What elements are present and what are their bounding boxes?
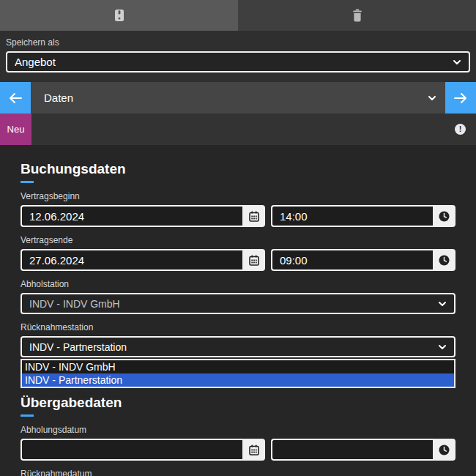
title-underline xyxy=(21,414,34,417)
top-tab-bar xyxy=(0,0,476,31)
save-as-label: Speichern als xyxy=(6,37,470,48)
chevron-down-icon xyxy=(438,344,447,350)
section-title-handover: Übergabedaten xyxy=(21,395,455,411)
return-station-dropdown: INDV - INDV GmbH INDV - Partnerstation xyxy=(21,359,455,388)
arrow-right-icon xyxy=(453,92,468,104)
title-underline xyxy=(21,181,34,183)
calendar-icon xyxy=(249,211,259,222)
clock-icon xyxy=(439,211,450,222)
return-station-label: Rücknahmestation xyxy=(21,322,455,332)
section-title-booking: Buchungsdaten xyxy=(21,161,455,177)
dropdown-option-selected[interactable]: INDV - Partnerstation xyxy=(22,373,454,387)
contract-start-date-input[interactable] xyxy=(21,205,242,227)
pickup-station-label: Abholstation xyxy=(21,279,455,289)
status-toolbar: Neu ! xyxy=(0,114,476,145)
save-icon xyxy=(114,9,125,22)
pickup-station-value: INDV - INDV GmbH xyxy=(29,298,438,310)
trash-icon xyxy=(352,9,363,22)
contract-start-time-input[interactable] xyxy=(271,205,433,227)
booking-form: Buchungsdaten Vertragsbeginn xyxy=(0,145,476,476)
save-as-section: Speichern als Angebot xyxy=(0,31,476,82)
pickup-station-select[interactable]: INDV - INDV GmbH xyxy=(21,293,455,314)
exclamation-icon[interactable]: ! xyxy=(455,124,466,135)
pickup-time-input[interactable] xyxy=(271,439,433,461)
save-as-value: Angebot xyxy=(15,56,453,68)
save-as-select[interactable]: Angebot xyxy=(6,51,470,72)
tab-delete[interactable] xyxy=(238,0,476,31)
contract-end-date-input[interactable] xyxy=(21,249,242,271)
contract-end-label: Vertragsende xyxy=(21,235,455,245)
calendar-icon xyxy=(249,445,259,455)
pickup-date-calendar-button[interactable] xyxy=(242,439,265,461)
pickup-date-label: Abholungsdatum xyxy=(21,425,455,435)
page-select[interactable]: Daten xyxy=(31,82,445,114)
chevron-down-icon xyxy=(438,301,447,307)
contract-start-row xyxy=(21,205,455,227)
contract-start-calendar-button[interactable] xyxy=(242,205,265,227)
neu-status-button[interactable]: Neu xyxy=(0,114,31,145)
contract-start-clock-button[interactable] xyxy=(433,205,455,227)
next-page-button[interactable] xyxy=(445,82,476,114)
clock-icon xyxy=(439,445,450,455)
clock-icon xyxy=(439,255,450,266)
return-station-select[interactable]: INDV - Partnerstation xyxy=(21,336,455,357)
chevron-down-icon xyxy=(428,95,436,101)
contract-end-calendar-button[interactable] xyxy=(242,249,265,271)
arrow-left-icon xyxy=(8,92,23,104)
contract-end-row xyxy=(21,249,455,271)
pickup-date-input[interactable] xyxy=(21,439,242,461)
contract-end-clock-button[interactable] xyxy=(433,249,455,271)
contract-end-time-input[interactable] xyxy=(271,249,433,271)
page-select-value: Daten xyxy=(44,92,428,104)
dropdown-option[interactable]: INDV - INDV GmbH xyxy=(22,360,454,373)
tab-save[interactable] xyxy=(0,0,238,31)
pickup-time-clock-button[interactable] xyxy=(433,439,455,461)
pickup-date-row xyxy=(21,439,455,461)
calendar-icon xyxy=(249,255,259,266)
return-station-value: INDV - Partnerstation xyxy=(29,341,438,353)
page-nav-row: Daten xyxy=(0,82,476,114)
chevron-down-icon xyxy=(453,59,461,65)
prev-page-button[interactable] xyxy=(0,82,31,114)
return-date-label: Rücknahmedatum xyxy=(21,469,455,476)
contract-start-label: Vertragsbeginn xyxy=(21,191,455,201)
